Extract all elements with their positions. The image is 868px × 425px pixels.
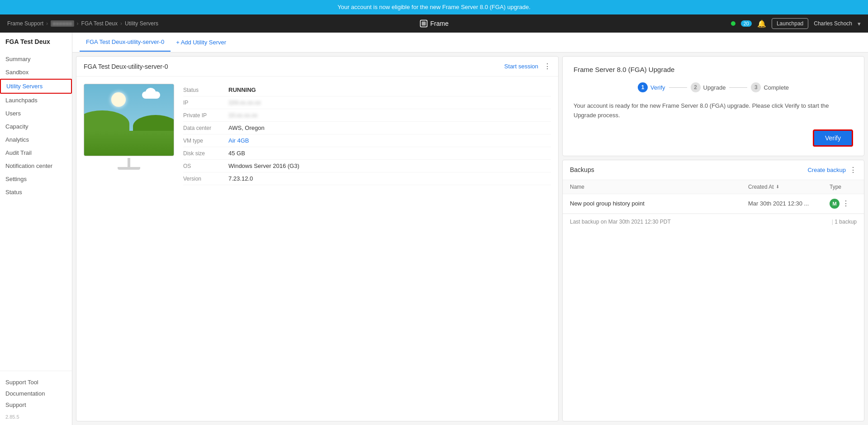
server-name-title: FGA Test Deux-utility-server-0	[84, 63, 168, 70]
desktop-preview	[84, 84, 174, 156]
backups-title: Backups	[570, 166, 594, 173]
sun-graphic	[111, 92, 126, 107]
upgrade-steps: 1 Verify 2 Upgrade 3 Complete	[574, 82, 853, 92]
step-label-complete: Complete	[764, 84, 789, 91]
cloud-graphic	[142, 91, 160, 99]
info-row-datacenter: Data center AWS, Oregon	[183, 122, 551, 134]
avatar: M	[830, 199, 840, 209]
backup-row: New pool group history point Mar 30th 20…	[563, 194, 864, 214]
tab-utility-server-0[interactable]: FGA Test Deux-utility-server-0	[80, 33, 171, 52]
server-panel: FGA Test Deux-utility-server-0 Start ses…	[76, 56, 559, 421]
server-panel-body: Status RUNNING IP 104.xx.xx.xx Private I…	[76, 76, 558, 192]
col-header-name: Name	[570, 184, 748, 190]
status-indicator	[731, 21, 735, 26]
backup-name: New pool group history point	[570, 200, 748, 207]
add-utility-server-link[interactable]: + Add Utility Server	[171, 39, 232, 46]
breadcrumb-current: Utility Servers	[125, 20, 158, 27]
sidebar: FGA Test Deux Summary Sandbox Utility Se…	[0, 33, 72, 425]
server-screenshot	[84, 84, 174, 185]
ground-graphic	[84, 131, 174, 156]
svg-rect-1	[422, 22, 426, 26]
sidebar-item-settings[interactable]: Settings	[0, 172, 72, 186]
info-row-version: Version 7.23.12.0	[183, 172, 551, 185]
sidebar-item-status[interactable]: Status	[0, 186, 72, 199]
bell-icon[interactable]: 🔔	[757, 19, 766, 28]
sidebar-item-analytics[interactable]: Analytics	[0, 133, 72, 146]
sidebar-item-utility-servers[interactable]: Utility Servers	[0, 79, 72, 94]
launchpad-button[interactable]: Launchpad	[772, 18, 808, 29]
last-backup-text: Last backup on Mar 30th 2021 12:30 PDT	[570, 219, 671, 225]
create-backup-link[interactable]: Create backup	[807, 167, 846, 173]
verify-button[interactable]: Verify	[813, 129, 853, 147]
sidebar-item-sandbox[interactable]: Sandbox	[0, 66, 72, 79]
step-num-1: 1	[638, 82, 648, 92]
user-menu[interactable]: Charles Schoch	[814, 20, 852, 27]
step-separator-2	[729, 87, 747, 88]
info-row-disksize: Disk size 45 GB	[183, 147, 551, 160]
backups-more-icon[interactable]: ⋮	[849, 166, 857, 174]
sidebar-item-capacity[interactable]: Capacity	[0, 120, 72, 133]
breadcrumb: Frame Support › ●●●●●● › FGA Test Deux ›…	[7, 20, 158, 27]
upgrade-banner: Your account is now eligible for the new…	[0, 0, 868, 14]
more-options-icon[interactable]: ⋮	[544, 62, 551, 71]
backups-actions: Create backup ⋮	[807, 166, 857, 174]
backup-created-at: Mar 30th 2021 12:30 ...	[748, 200, 830, 207]
server-panel-actions: Start session ⋮	[504, 62, 551, 71]
server-info: Status RUNNING IP 104.xx.xx.xx Private I…	[183, 84, 551, 185]
info-row-os: OS Windows Server 2016 (G3)	[183, 160, 551, 172]
step-complete: 3 Complete	[751, 82, 789, 92]
step-upgrade: 2 Upgrade	[691, 82, 726, 92]
backup-count: | 1 backup	[832, 219, 857, 225]
version-label: 2.85.5	[5, 411, 66, 420]
backup-row-more-icon[interactable]: ⋮	[842, 199, 849, 208]
step-verify: 1 Verify	[638, 82, 665, 92]
header: Frame Support › ●●●●●● › FGA Test Deux ›…	[0, 14, 868, 33]
tabs-bar: FGA Test Deux-utility-server-0 + Add Uti…	[72, 33, 868, 53]
upgrade-description: Your account is ready for the new Frame …	[574, 101, 853, 120]
sidebar-item-notification-center[interactable]: Notification center	[0, 159, 72, 172]
header-actions: 20 🔔 Launchpad Charles Schoch ▾	[731, 18, 861, 29]
notification-badge[interactable]: 20	[741, 20, 752, 27]
backup-type: M ⋮	[830, 199, 857, 209]
sidebar-item-audit-trail[interactable]: Audit Trail	[0, 146, 72, 159]
breadcrumb-frame-support[interactable]: Frame Support	[7, 20, 43, 27]
step-label-verify: Verify	[650, 84, 665, 91]
step-separator-1	[669, 87, 687, 88]
right-column: Frame Server 8.0 (FGA) Upgrade 1 Verify …	[560, 53, 868, 425]
upgrade-panel: Frame Server 8.0 (FGA) Upgrade 1 Verify …	[562, 56, 864, 156]
sidebar-item-users[interactable]: Users	[0, 107, 72, 120]
app-body: FGA Test Deux Summary Sandbox Utility Se…	[0, 33, 868, 425]
panels-row: FGA Test Deux-utility-server-0 Start ses…	[72, 53, 868, 425]
frame-logo-icon	[419, 19, 427, 28]
sidebar-item-launchpads[interactable]: Launchpads	[0, 94, 72, 107]
col-header-created: Created At ⬇	[748, 184, 830, 190]
upgrade-title: Frame Server 8.0 (FGA) Upgrade	[574, 66, 853, 73]
backups-header: Backups Create backup ⋮	[563, 160, 864, 180]
backups-panel: Backups Create backup ⋮ Name Created At …	[562, 160, 864, 421]
sidebar-item-summary[interactable]: Summary	[0, 53, 72, 66]
backups-table-header: Name Created At ⬇ Type	[563, 180, 864, 194]
backups-footer: Last backup on Mar 30th 2021 12:30 PDT |…	[563, 214, 864, 229]
sidebar-account-name: FGA Test Deux	[0, 38, 72, 53]
step-num-3: 3	[751, 82, 761, 92]
step-num-2: 2	[691, 82, 701, 92]
start-session-link[interactable]: Start session	[504, 63, 538, 70]
info-row-private-ip: Private IP 10.xx.xx.xx	[183, 109, 551, 122]
sidebar-item-support-tool[interactable]: Support Tool	[5, 377, 66, 388]
step-label-upgrade: Upgrade	[703, 84, 726, 91]
info-row-vmtype: VM type Air 4GB	[183, 134, 551, 147]
sidebar-item-support[interactable]: Support	[5, 399, 66, 411]
server-panel-header: FGA Test Deux-utility-server-0 Start ses…	[76, 57, 558, 76]
sort-icon[interactable]: ⬇	[776, 184, 779, 189]
sidebar-item-documentation[interactable]: Documentation	[5, 388, 66, 399]
col-header-type: Type	[830, 184, 857, 190]
user-menu-chevron-icon[interactable]: ▾	[858, 20, 861, 27]
info-row-ip: IP 104.xx.xx.xx	[183, 96, 551, 109]
main-content: FGA Test Deux-utility-server-0 + Add Uti…	[72, 33, 868, 425]
sidebar-nav: Summary Sandbox Utility Servers Launchpa…	[0, 53, 72, 371]
info-row-status: Status RUNNING	[183, 84, 551, 96]
app-logo: Frame	[419, 19, 448, 28]
sidebar-bottom: Support Tool Documentation Support 2.85.…	[0, 371, 72, 425]
breadcrumb-account[interactable]: FGA Test Deux	[81, 20, 118, 27]
monitor-stand	[93, 158, 165, 170]
